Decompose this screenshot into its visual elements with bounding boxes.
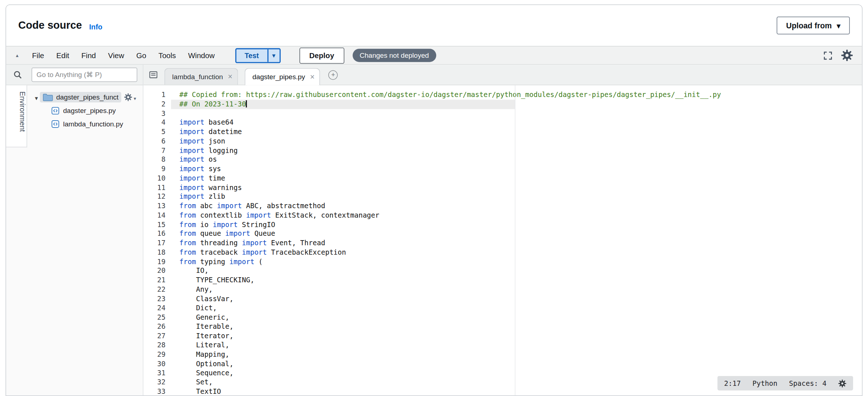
line-number[interactable]: 5 [143,128,171,137]
line-number[interactable]: 25 [143,313,171,322]
search-icon[interactable] [13,70,22,79]
line-number[interactable]: 15 [143,220,171,230]
line-number[interactable]: 32 [143,378,171,387]
code-line-23[interactable]: 23 ClassVar, [143,294,862,304]
code-line-12[interactable]: 12import zlib [143,192,862,202]
settings-gear-icon[interactable] [841,49,853,62]
test-split-button[interactable]: Test [235,48,281,63]
line-number[interactable]: 12 [143,192,171,202]
code-line-22[interactable]: 22 Any, [143,285,862,295]
line-number[interactable]: 21 [143,276,171,285]
menu-window[interactable]: Window [182,51,221,60]
line-number[interactable]: 3 [143,109,171,118]
line-number[interactable]: 11 [143,183,171,193]
code-line-6[interactable]: 6import json [143,137,862,146]
menu-file[interactable]: File [26,51,50,60]
selected-folder[interactable]: dagster_pipes_funct [40,92,121,102]
code-line-3[interactable]: 3 [143,109,862,118]
deploy-button[interactable]: Deploy [299,47,344,63]
goto-anything-input[interactable] [32,68,137,82]
code-line-29[interactable]: 29 Mapping, [143,350,862,359]
line-number[interactable]: 17 [143,239,171,248]
tree-file-dagster_pipes.py[interactable]: dagster_pipes.py [35,104,143,118]
line-number[interactable]: 23 [143,294,171,304]
line-number[interactable]: 27 [143,331,171,341]
code-line-21[interactable]: 21 TYPE_CHECKING, [143,276,862,285]
line-number[interactable]: 18 [143,248,171,258]
line-number[interactable]: 30 [143,359,171,369]
line-number[interactable]: 16 [143,229,171,239]
code-text: Optional, [171,359,862,369]
language-mode[interactable]: Python [753,379,778,387]
code-line-9[interactable]: 9import sys [143,165,862,174]
cursor-position[interactable]: 2:17 [724,379,741,387]
code-line-16[interactable]: 16from queue import Queue [143,229,862,239]
code-line-28[interactable]: 28 Literal, [143,341,862,350]
code-line-27[interactable]: 27 Iterator, [143,331,862,341]
code-line-19[interactable]: 19from typing import ( [143,257,862,267]
line-number[interactable]: 13 [143,202,171,211]
code-line-11[interactable]: 11import warnings [143,183,862,193]
code-line-20[interactable]: 20 IO, [143,267,862,276]
line-number[interactable]: 26 [143,322,171,332]
collapse-menubar-icon[interactable] [15,53,19,58]
line-number[interactable]: 6 [143,137,171,146]
code-line-25[interactable]: 25 Generic, [143,313,862,322]
tree-file-lambda_function.py[interactable]: lambda_function.py [35,117,143,131]
tab-dagster_pipes.py[interactable]: dagster_pipes.py [245,68,320,85]
menu-tools[interactable]: Tools [153,51,182,60]
new-tab-plus-icon[interactable] [328,70,338,80]
line-number[interactable]: 8 [143,155,171,165]
line-number[interactable]: 4 [143,118,171,128]
line-number[interactable]: 24 [143,304,171,313]
code-line-13[interactable]: 13from abc import ABC, abstractmethod [143,202,862,211]
code-editor[interactable]: 1## Copied from: https://raw.githubuserc… [143,85,862,396]
code-line-30[interactable]: 30 Optional, [143,359,862,369]
tree-settings-gear-icon[interactable] [124,92,136,102]
code-line-18[interactable]: 18from traceback import TracebackExcepti… [143,248,862,258]
line-number[interactable]: 22 [143,285,171,295]
info-link[interactable]: Info [89,23,102,31]
line-number[interactable]: 1 [143,90,171,100]
menu-go[interactable]: Go [130,51,153,60]
close-icon[interactable] [228,73,232,81]
spaces-setting[interactable]: Spaces: 4 [789,379,827,387]
test-dropdown-caret[interactable] [267,49,280,62]
line-number[interactable]: 14 [143,211,171,220]
code-line-1[interactable]: 1## Copied from: https://raw.githubuserc… [143,90,862,100]
statusbar-gear-icon[interactable] [838,379,847,387]
menu-view[interactable]: View [102,51,130,60]
code-line-17[interactable]: 17from threading import Event, Thread [143,239,862,248]
tab-lambda_function[interactable]: lambda_function [165,68,238,85]
line-number[interactable]: 7 [143,146,171,155]
line-number[interactable]: 20 [143,267,171,276]
code-line-15[interactable]: 15from io import StringIO [143,220,862,230]
code-line-5[interactable]: 5import datetime [143,128,862,137]
folder-disclosure-icon[interactable] [35,92,38,102]
upload-from-button[interactable]: Upload from [777,17,850,35]
line-number[interactable]: 9 [143,165,171,174]
menu-edit[interactable]: Edit [50,51,75,60]
tab-list-icon[interactable] [149,70,158,79]
code-line-10[interactable]: 10import time [143,174,862,183]
line-number[interactable]: 31 [143,368,171,378]
line-number[interactable]: 28 [143,341,171,350]
code-line-14[interactable]: 14from contextlib import ExitStack, cont… [143,211,862,220]
line-number[interactable]: 2 [143,100,171,109]
code-line-24[interactable]: 24 Dict, [143,304,862,313]
menu-find[interactable]: Find [75,51,102,60]
code-line-26[interactable]: 26 Iterable, [143,322,862,332]
fullscreen-expand-icon[interactable] [823,50,833,60]
code-line-2[interactable]: 2## On 2023-11-30 [143,100,862,109]
line-number[interactable]: 10 [143,174,171,183]
code-line-7[interactable]: 7import logging [143,146,862,155]
line-number[interactable]: 29 [143,350,171,359]
environment-tab[interactable]: Environment [6,85,27,148]
line-number[interactable]: 33 [143,387,171,395]
code-line-4[interactable]: 4import base64 [143,118,862,128]
tree-folder-row[interactable]: dagster_pipes_funct [35,90,143,104]
test-button[interactable]: Test [236,49,267,62]
line-number[interactable]: 19 [143,257,171,267]
code-line-8[interactable]: 8import os [143,155,862,165]
close-icon[interactable] [310,73,315,81]
